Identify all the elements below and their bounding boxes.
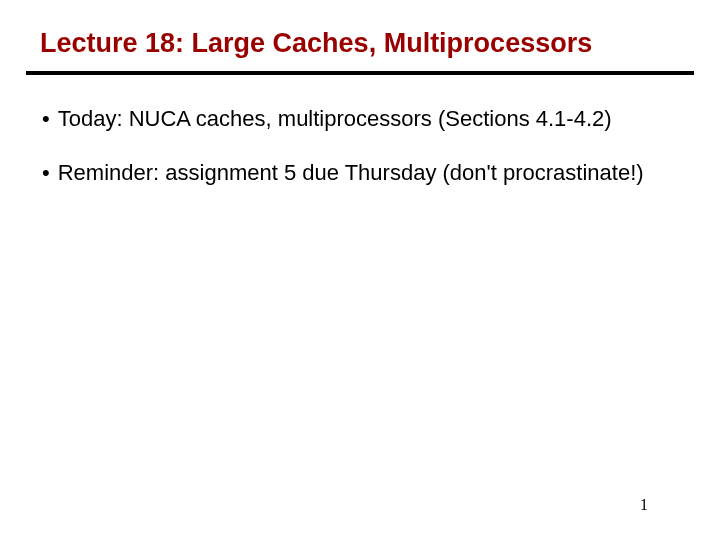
slide-content: • Today: NUCA caches, multiprocessors (S… [0, 75, 720, 187]
bullet-marker-icon: • [42, 159, 50, 187]
bullet-item: • Today: NUCA caches, multiprocessors (S… [42, 105, 678, 133]
slide: Lecture 18: Large Caches, Multiprocessor… [0, 0, 720, 540]
bullet-item: • Reminder: assignment 5 due Thursday (d… [42, 159, 678, 187]
slide-title: Lecture 18: Large Caches, Multiprocessor… [0, 28, 720, 71]
page-number: 1 [640, 496, 648, 514]
bullet-marker-icon: • [42, 105, 50, 133]
bullet-text: Reminder: assignment 5 due Thursday (don… [58, 159, 644, 187]
bullet-text: Today: NUCA caches, multiprocessors (Sec… [58, 105, 612, 133]
